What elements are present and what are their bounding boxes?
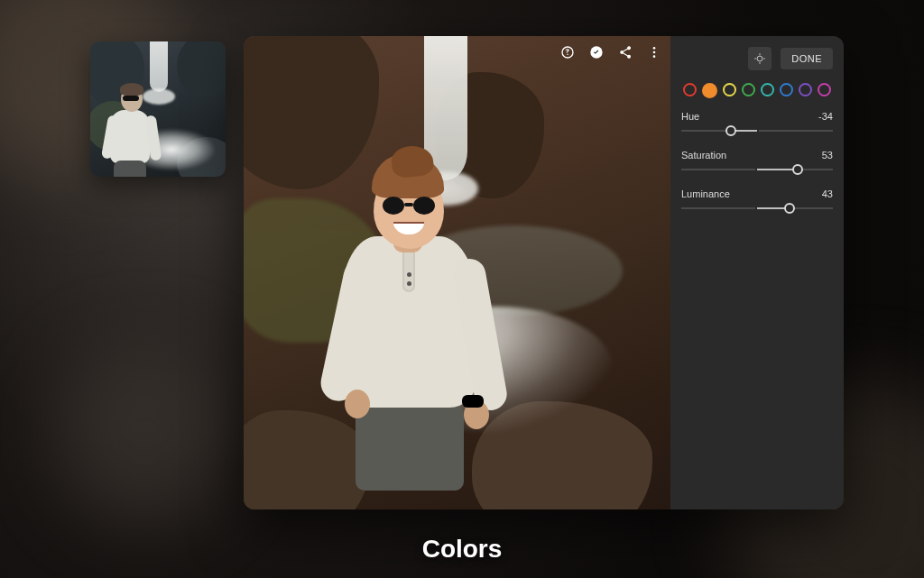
hue-slider-group: Hue -34 [681,111,833,137]
saturation-value: 53 [822,150,833,161]
luminance-slider[interactable] [681,202,833,215]
luminance-label: Luminance [681,188,730,199]
swatch-green[interactable] [742,83,755,96]
background-blur [54,344,235,524]
swatch-orange[interactable] [702,83,717,98]
swatch-red[interactable] [683,83,697,96]
check-circle-icon[interactable] [587,43,605,61]
hue-slider[interactable] [681,124,833,137]
swatch-purple[interactable] [799,83,812,96]
before-thumbnail [90,41,226,177]
hue-label: Hue [681,111,699,122]
slide-caption: Colors [0,535,924,564]
swatch-blue[interactable] [780,83,793,96]
share-icon[interactable] [616,43,634,61]
saturation-slider[interactable] [681,163,833,176]
svg-point-1 [653,47,656,50]
color-swatch-row [681,83,833,98]
help-icon[interactable] [559,43,577,61]
editor-window: DONE Hue -34 Saturation 53 [244,36,844,509]
saturation-slider-group: Saturation 53 [681,150,833,176]
saturation-label: Saturation [681,150,726,161]
canvas-top-actions [559,43,663,61]
swatch-yellow[interactable] [723,83,736,96]
image-canvas[interactable] [244,36,670,509]
done-button[interactable]: DONE [781,48,833,69]
color-mix-panel: DONE Hue -34 Saturation 53 [670,36,844,509]
hue-value: -34 [818,111,833,122]
svg-point-4 [757,56,762,61]
swatch-aqua[interactable] [761,83,774,96]
targeted-adjustment-button[interactable] [748,47,772,70]
swatch-magenta[interactable] [818,83,831,96]
luminance-slider-group: Luminance 43 [681,188,833,215]
svg-point-3 [653,55,656,58]
subject-person [323,159,504,483]
svg-point-2 [653,51,656,54]
luminance-value: 43 [822,188,833,199]
more-vertical-icon[interactable] [645,43,663,61]
